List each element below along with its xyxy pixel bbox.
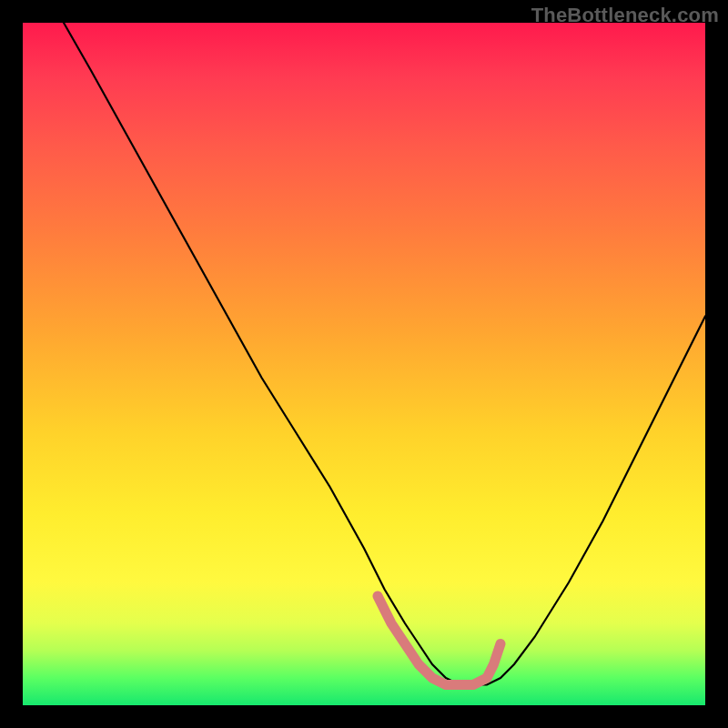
plot-area [23,23,705,705]
bottleneck-curve-path [64,23,705,685]
chart-stage: TheBottleneck.com [0,0,728,728]
curve-svg [23,23,705,705]
